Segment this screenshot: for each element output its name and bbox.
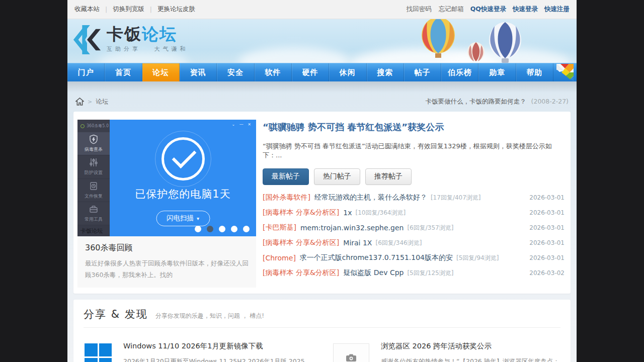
quick-register-link[interactable]: 快速注册 — [544, 5, 570, 14]
post-date: 2026-03-02 — [524, 269, 565, 277]
tab-recommended-posts[interactable]: 推荐帖子 — [365, 168, 412, 185]
divider: | — [105, 6, 107, 13]
post-title[interactable]: 经常玩游戏的主机，装什么杀软好？ — [314, 193, 427, 202]
nav-item-security[interactable]: 安全 — [217, 63, 254, 81]
post-row[interactable]: [病毒样本 分享&分析区] 疑似盗版 Dev Cpp [5回复/125浏览] 2… — [263, 265, 565, 281]
post-list-tabs: 最新帖子 热门帖子 推荐帖子 — [263, 168, 565, 185]
forum-highlight-card: 360杀毒5.0 病毒查杀 — [73, 112, 571, 294]
forgot-email-link[interactable]: 忘记邮箱 — [439, 5, 464, 14]
post-row[interactable]: [国外杀毒软件] 经常玩游戏的主机，装什么杀软好？ [17回复/407浏览] 2… — [263, 190, 565, 205]
nav-item-search[interactable]: 搜索 — [367, 63, 404, 81]
post-date: 2026-03-01 — [524, 239, 565, 246]
site-notice: 卡饭要做什么，卡饭的路要如何走？ (2008-2-27) — [426, 98, 569, 106]
nav-item-forum[interactable]: 论坛 — [142, 63, 180, 81]
file-restore-icon — [89, 181, 99, 191]
topbar-right-links: 找回密码 忘记邮箱 QQ快速登录 快速登录 快速注册 — [399, 5, 570, 14]
share-item-title[interactable]: 浏览器区 2026 跨年活动获奖公示 — [381, 341, 559, 351]
carousel-dot-4[interactable] — [231, 226, 237, 232]
change-skin-link[interactable]: 更换论坛皮肤 — [157, 5, 195, 14]
post-category[interactable]: [Chrome] — [263, 254, 296, 262]
post-date: 2026-03-01 — [524, 194, 565, 201]
post-category[interactable]: [病毒样本 分享&分析区] — [263, 268, 339, 278]
share-discover-card: 分享 & 发现 分享你发现的乐趣，知识，问题 ， 槽点! Windows 11/… — [73, 300, 571, 362]
post-category[interactable]: [国外杀毒软件] — [263, 193, 310, 202]
post-category[interactable]: [病毒样本 分享&分析区] — [263, 238, 339, 247]
post-row[interactable]: [病毒样本 分享&分析区] 1x [10回复/364浏览] 2026-03-01 — [263, 205, 565, 220]
post-row[interactable]: [卡巴斯基] mem:trojan.win32.sephe.gen [6回复/3… — [263, 220, 565, 235]
favorite-site-link[interactable]: 收藏本站 — [74, 5, 100, 14]
post-date: 2026-03-01 — [524, 254, 565, 261]
notice-date: (2008-2-27) — [531, 98, 569, 105]
post-category[interactable]: [病毒样本 分享&分析区] — [263, 208, 339, 217]
post-row[interactable]: [Chrome] 求一个正式版chrome137.0.7151.104版本的安 … — [263, 250, 565, 265]
divider: | — [150, 6, 152, 13]
post-meta: [6回复/357浏览] — [407, 224, 453, 232]
site-name-secondary: 论坛 — [142, 24, 177, 44]
share-item-title[interactable]: Windows 11/10 2026年1月更新镜像下载 — [123, 341, 311, 351]
nav-item-bole-rank[interactable]: 伯乐榜 — [441, 63, 478, 81]
share-section-subtitle: 分享你发现的乐趣，知识，问题 ， 槽点! — [155, 312, 264, 320]
logo-text-block: 卡饭论坛 互助分享 大气谦和 — [107, 25, 189, 53]
notice-link[interactable]: 卡饭要做什么，卡饭的路要如何走？ — [426, 98, 526, 105]
share-section-header: 分享 & 发现 分享你发现的乐趣，知识，问题 ， 槽点! — [84, 300, 560, 328]
app-sidebar-label: 常用工具 — [85, 216, 103, 223]
site-name: 卡饭论坛 — [107, 25, 189, 44]
post-row[interactable]: [病毒样本 分享&分析区] Mirai 1X [6回复/346浏览] 2026-… — [263, 235, 565, 250]
post-title[interactable]: mem:trojan.win32.sephe.gen — [300, 224, 404, 232]
shield-icon — [89, 134, 99, 144]
home-icon[interactable] — [75, 98, 84, 106]
post-title[interactable]: 1x — [343, 209, 352, 217]
share-item-desc: 2026年1月20日更新至Windows 11 25H2 2026年1月版 20… — [123, 356, 311, 362]
post-title[interactable]: Mirai 1X — [343, 239, 372, 247]
nav-item-news[interactable]: 资讯 — [180, 63, 217, 81]
nav-item-posts[interactable]: 帖子 — [404, 63, 441, 81]
app-sidebar-label: 文件恢复 — [85, 193, 103, 200]
featured-post-title[interactable]: “骐骥驰骋 势不可挡 春节红包派送”获奖公示 — [263, 121, 565, 133]
post-meta: [5回复/125浏览] — [407, 269, 453, 278]
post-meta: [6回复/346浏览] — [375, 239, 422, 247]
share-item-browser[interactable]: 浏览器区 2026 跨年活动获奖公示 感谢各位饭友的热情参与！“【2026 跨年… — [333, 341, 559, 362]
360-logo-icon — [80, 124, 85, 128]
carousel-caption-title[interactable]: 360杀毒回顾 — [85, 243, 249, 253]
nav-item-medals[interactable]: 勋章 — [478, 63, 516, 81]
nav-item-software[interactable]: 软件 — [255, 63, 292, 81]
share-items: Windows 11/10 2026年1月更新镜像下载 2026年1月20日更新… — [84, 328, 560, 362]
breadcrumb: > 论坛 — [75, 98, 108, 106]
app-sidebar: 360杀毒5.0 病毒查杀 — [77, 120, 110, 236]
carousel-dot-2[interactable] — [207, 226, 213, 232]
nav-item-portal[interactable]: 门户 — [67, 63, 105, 81]
share-item-windows[interactable]: Windows 11/10 2026年1月更新镜像下载 2026年1月20日更新… — [85, 341, 311, 362]
breadcrumb-forum[interactable]: 论坛 — [96, 98, 108, 106]
recover-password-link[interactable]: 找回密码 — [407, 5, 432, 14]
carousel-dot-5[interactable] — [243, 226, 250, 232]
post-category[interactable]: [卡巴斯基] — [263, 223, 296, 232]
quick-login-link[interactable]: 快速登录 — [513, 5, 538, 14]
lightning-scan-button: 闪电扫描▾ — [156, 211, 210, 226]
nav-item-help[interactable]: 帮助 — [516, 63, 553, 81]
wide-mode-link[interactable]: 切换到宽版 — [113, 5, 144, 14]
app-sidebar-item-tools: 常用工具 — [77, 202, 110, 225]
nav-item-home[interactable]: 首页 — [105, 63, 142, 81]
tab-hot-posts[interactable]: 热门帖子 — [314, 168, 360, 185]
app-watermark: 卡饭论坛 — [77, 225, 110, 236]
qq-login-link[interactable]: QQ快速登录 — [470, 5, 506, 14]
carousel-caption-desc: 最近好像很多人热衷于回顾杀毒软件旧版本，好像还没人回顾360杀毒，那我来补上。找… — [85, 258, 249, 281]
tab-latest-posts[interactable]: 最新帖子 — [263, 168, 309, 185]
site-logo[interactable]: 卡饭论坛 互助分享 大气谦和 — [72, 25, 189, 55]
site-header: 卡饭论坛 互助分享 大气谦和 — [67, 19, 577, 63]
carousel-slide-360[interactable]: 360杀毒5.0 病毒查杀 — [77, 120, 256, 236]
protection-status-text: 已保护您的电脑1天 — [110, 187, 256, 201]
nav-item-hardware[interactable]: 硬件 — [292, 63, 329, 81]
carousel-dot-1[interactable] — [195, 226, 201, 232]
caret-down-icon: ▾ — [197, 216, 199, 221]
page-curl-icon[interactable] — [553, 63, 577, 81]
window-controls: ⌄ — ✕ — [232, 122, 253, 127]
carousel-dot-3[interactable] — [219, 226, 225, 232]
nav-item-leisure[interactable]: 休闲 — [329, 63, 366, 81]
breadcrumb-row: > 论坛 卡饭要做什么，卡饭的路要如何走？ (2008-2-27) — [67, 93, 577, 111]
nav-shadow — [67, 81, 577, 93]
post-title[interactable]: 疑似盗版 Dev Cpp — [343, 268, 404, 278]
carousel-caption[interactable]: 360杀毒回顾 最近好像很多人热衷于回顾杀毒软件旧版本，好像还没人回顾360杀毒… — [77, 236, 256, 288]
app-sidebar-item-recovery: 文件恢复 — [77, 179, 110, 202]
post-title[interactable]: 求一个正式版chrome137.0.7151.104版本的安 — [300, 253, 453, 262]
